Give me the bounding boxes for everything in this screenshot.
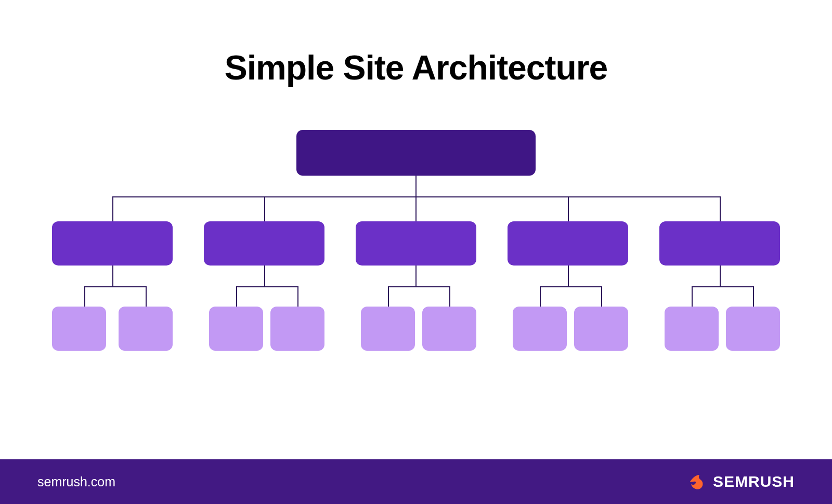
root-node (296, 130, 536, 176)
connector-line (264, 196, 265, 221)
leaf-node (513, 307, 567, 351)
category-node (204, 221, 324, 266)
connector-line (236, 286, 237, 307)
footer-url: semrush.com (37, 474, 115, 489)
footer-bar: semrush.com SEMRUSH (0, 459, 832, 504)
leaf-node (665, 307, 719, 351)
connector-line (112, 266, 113, 286)
diagram-title: Simple Site Architecture (0, 0, 832, 87)
category-node (356, 221, 476, 266)
connector-line (540, 286, 601, 287)
hierarchy-diagram (52, 130, 780, 390)
connector-line (415, 176, 417, 196)
category-node (659, 221, 780, 266)
leaf-node (361, 307, 415, 351)
leaf-node (52, 307, 106, 351)
category-node (52, 221, 173, 266)
leaf-node (209, 307, 263, 351)
brand-name: SEMRUSH (713, 473, 795, 490)
connector-line (692, 286, 753, 287)
connector-line (415, 266, 417, 286)
leaf-node (574, 307, 628, 351)
connector-line (720, 266, 721, 286)
leaf-node (726, 307, 780, 351)
connector-line (84, 286, 85, 307)
connector-line (720, 196, 721, 221)
connector-line (112, 196, 113, 221)
connector-line (297, 286, 298, 307)
connector-line (264, 266, 265, 286)
connector-line (236, 286, 297, 287)
connector-line (415, 196, 417, 221)
connector-line (84, 286, 146, 287)
connector-line (388, 286, 449, 287)
connector-line (753, 286, 754, 307)
connector-line (388, 286, 389, 307)
brand-logo: SEMRUSH (686, 471, 795, 493)
category-node (508, 221, 628, 266)
connector-line (146, 286, 147, 307)
leaf-node (422, 307, 476, 351)
connector-line (692, 286, 693, 307)
connector-line (601, 286, 602, 307)
leaf-node (270, 307, 324, 351)
flame-icon (686, 471, 708, 493)
connector-line (568, 196, 569, 221)
connector-line (568, 266, 569, 286)
leaf-node (119, 307, 173, 351)
connector-line (540, 286, 541, 307)
connector-line (449, 286, 450, 307)
